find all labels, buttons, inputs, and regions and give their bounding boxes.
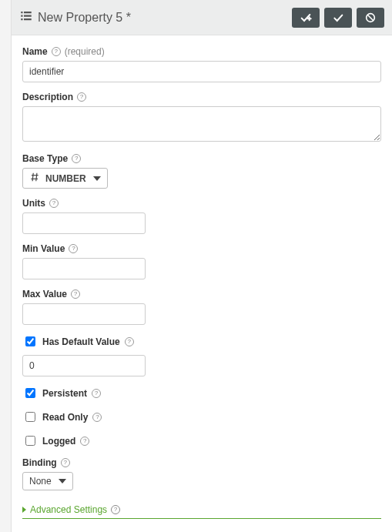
readonly-label: Read Only [42, 412, 88, 423]
persistent-label: Persistent [42, 388, 87, 399]
basetype-field-group: Base Type ? NUMBER [22, 153, 381, 189]
info-icon[interactable]: ? [111, 505, 120, 514]
binding-field-group: Binding ? None [22, 457, 381, 490]
info-icon[interactable]: ? [69, 244, 78, 253]
hasdefault-checkbox[interactable] [25, 336, 35, 346]
binding-select[interactable]: None [22, 472, 73, 490]
info-icon[interactable]: ? [49, 199, 59, 208]
svg-rect-1 [24, 12, 32, 13]
svg-rect-5 [24, 18, 32, 20]
advanced-settings-toggle[interactable]: Advanced Settings ? [22, 500, 381, 519]
panel-header: New Property 5 * [12, 0, 392, 35]
panel-title-group: New Property 5 * [19, 9, 286, 26]
chevron-down-icon [93, 176, 101, 181]
description-input[interactable] [22, 106, 381, 142]
svg-line-9 [367, 15, 374, 21]
info-icon[interactable]: ? [125, 337, 134, 346]
defaultvalue-field-group [22, 355, 381, 376]
binding-label: Binding [22, 457, 57, 468]
info-icon[interactable]: ? [61, 458, 70, 467]
info-icon[interactable]: ? [92, 389, 101, 398]
maxvalue-field-group: Max Value ? [22, 289, 381, 325]
cancel-button[interactable] [357, 8, 384, 28]
units-label: Units [22, 198, 45, 209]
name-label: Name [22, 46, 48, 57]
hasdefault-label: Has Default Value [42, 336, 120, 347]
basetype-select[interactable]: NUMBER [22, 168, 108, 189]
required-hint: (required) [65, 46, 105, 57]
units-input[interactable] [22, 212, 146, 234]
property-panel: New Property 5 * [12, 0, 392, 532]
hash-icon [29, 172, 40, 185]
minvalue-input[interactable] [22, 258, 146, 279]
info-icon[interactable]: ? [92, 413, 102, 422]
header-actions [292, 8, 384, 28]
svg-rect-2 [21, 15, 22, 16]
minvalue-field-group: Min Value ? [22, 243, 381, 279]
logged-checkbox[interactable] [25, 436, 35, 446]
basetype-value: NUMBER [45, 173, 86, 184]
name-field-group: Name ? (required) [22, 46, 381, 82]
persistent-row: Persistent ? [22, 386, 381, 400]
maxvalue-input[interactable] [22, 303, 146, 325]
svg-rect-3 [24, 15, 32, 16]
basetype-label: Base Type [22, 153, 68, 164]
defaultvalue-input[interactable] [22, 355, 146, 376]
info-icon[interactable]: ? [52, 47, 61, 56]
hasdefault-row: Has Default Value ? [22, 334, 381, 349]
info-icon[interactable]: ? [72, 154, 81, 163]
logged-label: Logged [42, 436, 75, 447]
panel-title: New Property 5 * [38, 11, 131, 25]
confirm-button[interactable] [324, 8, 352, 28]
description-label: Description [22, 92, 73, 102]
info-icon[interactable]: ? [80, 437, 89, 446]
svg-line-12 [32, 173, 33, 182]
chevron-down-icon [59, 479, 66, 483]
name-input[interactable] [22, 61, 381, 82]
svg-rect-4 [21, 18, 22, 20]
advanced-label: Advanced Settings [30, 504, 107, 515]
binding-value: None [29, 476, 52, 487]
save-and-add-button[interactable] [292, 8, 320, 28]
maxvalue-label: Max Value [22, 289, 67, 299]
info-icon[interactable]: ? [77, 92, 86, 102]
readonly-checkbox[interactable] [25, 412, 35, 422]
left-gutter [0, 0, 12, 532]
minvalue-label: Min Value [22, 243, 65, 254]
list-icon [19, 9, 33, 26]
units-field-group: Units ? [22, 198, 381, 234]
description-field-group: Description ? [22, 92, 381, 144]
svg-rect-0 [21, 12, 22, 13]
readonly-row: Read Only ? [22, 410, 381, 424]
panel-body: Name ? (required) Description ? Base Typ… [12, 35, 392, 532]
chevron-right-icon [22, 507, 26, 513]
svg-line-13 [36, 173, 37, 182]
persistent-checkbox[interactable] [25, 388, 35, 398]
logged-row: Logged ? [22, 433, 381, 448]
info-icon[interactable]: ? [71, 289, 80, 299]
